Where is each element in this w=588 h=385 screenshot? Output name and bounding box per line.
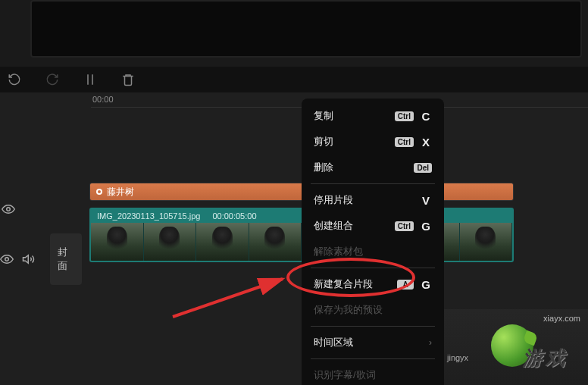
shortcut-badge: Ctrl [395, 221, 414, 231]
split-button[interactable] [82, 71, 99, 88]
menu-item-label: 新建复合片段 [314, 277, 373, 291]
chevron-right-icon: › [429, 337, 432, 348]
menu-item: 识别字幕/歌词 [302, 362, 444, 385]
shortcut-key: X [420, 136, 432, 149]
svg-point-3 [5, 258, 9, 261]
shortcut-badge: A [397, 280, 414, 290]
menu-item-label: 删除 [314, 161, 333, 174]
menu-item-label: 解除素材包 [314, 245, 363, 258]
redo-button[interactable] [44, 71, 61, 88]
time-start-label: 00:00 [92, 95, 114, 104]
menu-item[interactable]: 创建组合CtrlG [302, 213, 444, 239]
menu-item[interactable]: 停用片段V [302, 187, 444, 213]
shortcut-badge: Ctrl [395, 137, 414, 147]
text-clip-label: 藤井树 [107, 186, 134, 199]
menu-item[interactable]: 删除Del [302, 155, 444, 180]
menu-item[interactable]: 新建复合片段AG [302, 271, 444, 297]
menu-item-label: 时间区域 [314, 336, 353, 349]
menu-item-label: 保存为我的预设 [314, 303, 383, 317]
timeline-toolbar [0, 67, 588, 92]
shortcut-key: V [420, 194, 432, 207]
shortcut-badge: Ctrl [395, 111, 414, 121]
context-menu: 复制CtrlC剪切CtrlX删除Del停用片段V创建组合CtrlG解除素材包新建… [302, 99, 444, 385]
shortcut-badge: Del [414, 163, 432, 173]
visibility-toggle-icon[interactable] [0, 201, 17, 218]
cover-button[interactable]: 封面 [50, 233, 82, 285]
delete-button[interactable] [120, 71, 136, 88]
menu-item-label: 识别字幕/歌词 [314, 368, 376, 382]
timeline-area: 00:00 封面 藤井树 IMG_20230113_105715.jpg 00:… [0, 92, 588, 385]
preview-panel [30, 0, 582, 58]
svg-marker-4 [23, 255, 29, 264]
menu-item: 解除素材包 [302, 239, 444, 264]
audio-toggle-icon[interactable] [22, 251, 36, 268]
menu-item-label: 创建组合 [314, 219, 353, 233]
undo-button[interactable] [6, 71, 23, 88]
menu-item-label: 停用片段 [314, 193, 353, 207]
visibility-toggle-icon[interactable] [0, 251, 14, 268]
menu-item-label: 复制 [314, 109, 333, 123]
svg-point-2 [7, 208, 11, 211]
shortcut-key: C [420, 110, 432, 123]
text-track-controls [0, 199, 82, 220]
shortcut-key: G [420, 220, 432, 233]
track-controls: 封面 [0, 199, 82, 270]
menu-item[interactable]: 时间区域› [302, 330, 444, 355]
shortcut-key: G [420, 278, 432, 291]
menu-item: 保存为我的预设 [302, 297, 444, 323]
menu-item[interactable]: 剪切CtrlX [302, 129, 444, 155]
video-clip-duration: 00:00:05:00 [212, 211, 256, 221]
menu-item[interactable]: 复制CtrlC [302, 103, 444, 129]
menu-item-label: 剪切 [314, 135, 333, 149]
video-clip-filename: IMG_20230113_105715.jpg [97, 211, 200, 221]
text-clip-bullet-icon [96, 189, 102, 195]
video-track-controls: 封面 [0, 249, 82, 270]
